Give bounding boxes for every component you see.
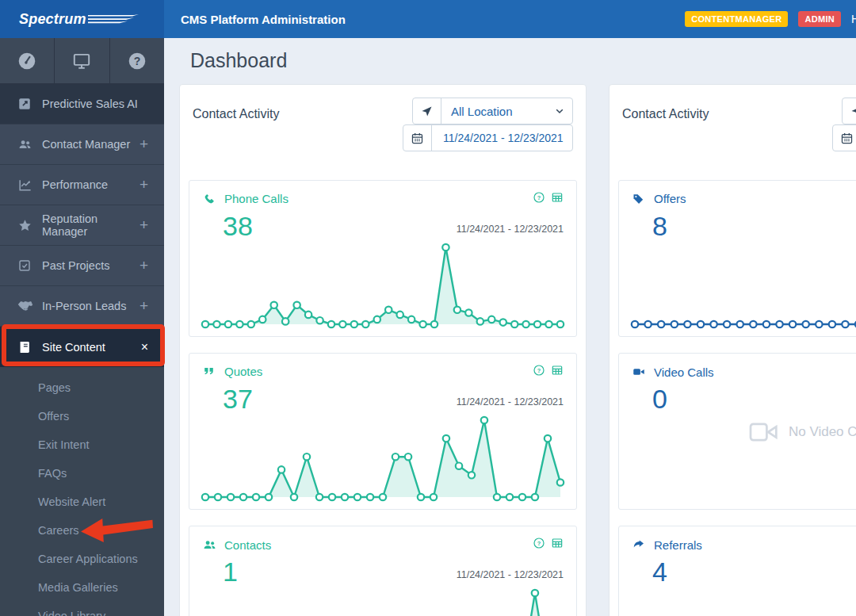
metric-date-range: 11/24/2021 - 12/23/2021	[457, 569, 564, 580]
sidebar-item-predictive-sales-ai[interactable]: Predictive Sales AI	[0, 84, 164, 124]
chevron-down-icon	[554, 105, 565, 117]
share-arrow-icon	[632, 538, 646, 552]
date-range-input[interactable]	[832, 124, 856, 151]
quote-icon	[202, 365, 216, 378]
contact-activity-card-2: Contact Activity	[609, 84, 856, 616]
sidebar-item-contact-manager[interactable]: Contact Manager +	[0, 124, 164, 165]
phone-icon	[202, 192, 216, 205]
metric-title: Quotes	[224, 365, 262, 378]
metric-title: Referrals	[654, 538, 702, 552]
video-camera-outline-icon	[747, 419, 781, 446]
submenu-item-careers[interactable]: Careers	[0, 516, 164, 545]
metric-title: Offers	[654, 192, 686, 205]
location-arrow-icon	[413, 98, 441, 124]
tag-icon	[632, 192, 646, 205]
topbar-right: CONTENTMANAGER ADMIN H	[685, 11, 856, 27]
svg-text:?: ?	[537, 194, 541, 201]
metric-panel-phone-calls: Phone Calls ? 38 11/24/2021 - 12/23/2021	[189, 180, 577, 337]
metric-panel-video-calls: Video Calls 0 No Video Calls	[618, 353, 856, 510]
spectrum-logo[interactable]: Spectrum	[0, 0, 164, 38]
sidebar-item-label: Past Projects	[42, 259, 109, 272]
contacts-sparkline	[201, 585, 565, 616]
chart-line-icon	[17, 178, 32, 193]
date-range-value: 11/24/2021 - 12/23/2021	[432, 132, 564, 144]
submenu-item-exit-intent[interactable]: Exit Intent	[0, 430, 164, 459]
card-title: Contact Activity	[622, 107, 709, 121]
svg-text:?: ?	[537, 540, 541, 547]
sidebar-item-label: In-Person Leads	[42, 300, 126, 312]
svg-text:?: ?	[537, 367, 541, 374]
no-video-calls-placeholder: No Video Calls	[619, 419, 856, 446]
sidebar: ? Predictive Sales AI Contact Manager + …	[0, 38, 164, 616]
main-content: Dashboard Contact Activity All Location …	[164, 38, 856, 616]
location-arrow-icon	[843, 98, 856, 124]
app-title: CMS Platform Administration	[181, 13, 346, 26]
metric-value: 38	[223, 211, 253, 242]
sidebar-item-label: Contact Manager	[42, 138, 130, 151]
help-circle-icon[interactable]: ?	[533, 537, 545, 549]
expand-plus-icon[interactable]: +	[139, 216, 148, 234]
gauge-icon[interactable]	[0, 38, 55, 83]
submenu-item-website-alert[interactable]: Website Alert	[0, 488, 164, 516]
table-icon[interactable]	[551, 191, 564, 204]
quotes-sparkline	[201, 412, 565, 504]
site-content-submenu: Pages Offers Exit Intent FAQs Website Al…	[0, 367, 164, 616]
submenu-item-media-galleries[interactable]: Media Galleries	[0, 573, 164, 602]
sidebar-item-performance[interactable]: Performance +	[0, 165, 164, 205]
role-badge-admin: ADMIN	[798, 11, 841, 27]
expand-plus-icon[interactable]: +	[139, 136, 148, 153]
sidebar-item-label: Performance	[42, 178, 108, 191]
no-video-calls-text: No Video Calls	[789, 424, 856, 440]
metric-value: 37	[223, 384, 253, 415]
spectrum-logo-stripes	[88, 11, 140, 27]
metric-title: Contacts	[224, 538, 271, 552]
top-bar: Spectrum CMS Platform Administration CON…	[0, 0, 856, 38]
cms-admin-screen: Spectrum CMS Platform Administration CON…	[0, 0, 856, 616]
calendar-icon	[833, 125, 856, 151]
table-icon[interactable]	[551, 537, 564, 549]
location-select-value: All Location	[441, 105, 513, 118]
sidebar-item-reputation-manager[interactable]: Reputation Manager +	[0, 205, 164, 246]
sidebar-item-site-content[interactable]: Site Content ×	[0, 327, 164, 367]
submenu-item-faqs[interactable]: FAQs	[0, 459, 164, 488]
help-circle-icon[interactable]: ?	[533, 364, 545, 377]
check-square-icon	[17, 258, 32, 273]
metric-panel-contacts: Contacts ? 1 11/24/2021 - 12/23/2021	[189, 526, 577, 616]
expand-plus-icon[interactable]: +	[139, 176, 148, 193]
close-icon[interactable]: ×	[141, 340, 148, 354]
help-circle-icon[interactable]: ?	[533, 191, 545, 204]
external-link-icon	[17, 97, 32, 111]
monitor-icon[interactable]	[55, 38, 109, 83]
sidebar-item-past-projects[interactable]: Past Projects +	[0, 246, 164, 286]
spectrum-logo-text: Spectrum	[19, 11, 86, 28]
handshake-icon	[17, 298, 32, 314]
table-icon[interactable]	[551, 364, 564, 377]
sidebar-icon-row: ?	[0, 38, 164, 84]
location-select[interactable]	[842, 98, 856, 124]
offers-sparkline	[630, 239, 856, 331]
page-title: Dashboard	[190, 49, 287, 72]
sidebar-item-in-person-leads[interactable]: In-Person Leads +	[0, 286, 164, 327]
users-icon	[17, 137, 32, 152]
user-greeting-partial: H	[851, 13, 856, 25]
metric-panel-quotes: Quotes ? 37 11/24/2021 - 12/23/2021	[189, 353, 577, 510]
submenu-item-career-applications[interactable]: Career Applications	[0, 545, 164, 573]
contacts-users-icon	[202, 538, 216, 553]
help-icon[interactable]: ?	[110, 38, 164, 83]
phone-calls-sparkline	[201, 239, 565, 331]
contact-activity-card-1: Contact Activity All Location 11/24/2021…	[179, 84, 587, 616]
metric-title: Video Calls	[654, 365, 714, 379]
metric-title: Phone Calls	[224, 192, 289, 205]
metric-value: 0	[652, 384, 667, 415]
submenu-item-pages[interactable]: Pages	[0, 373, 164, 402]
svg-text:?: ?	[134, 54, 141, 67]
location-select[interactable]: All Location	[412, 98, 573, 124]
metric-value: 1	[223, 557, 238, 587]
submenu-item-video-library[interactable]: Video Library	[0, 602, 164, 616]
sidebar-item-label: Predictive Sales AI	[42, 98, 138, 110]
expand-plus-icon[interactable]: +	[139, 257, 148, 274]
expand-plus-icon[interactable]: +	[139, 297, 148, 315]
calendar-icon	[403, 125, 432, 151]
date-range-input[interactable]: 11/24/2021 - 12/23/2021	[403, 124, 573, 151]
submenu-item-offers[interactable]: Offers	[0, 402, 164, 430]
